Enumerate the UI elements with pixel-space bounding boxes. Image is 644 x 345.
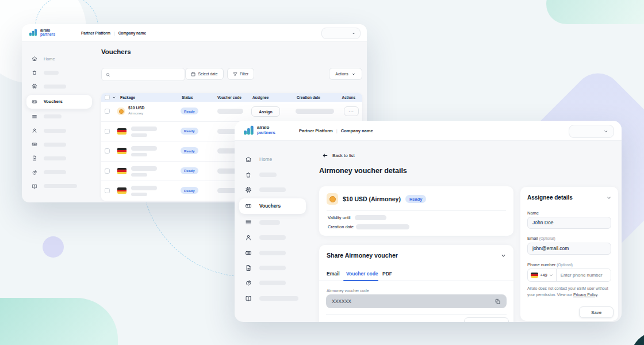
back-to-list-link[interactable]: Back to list (322, 152, 355, 159)
germany-flag-icon (117, 187, 126, 194)
account-dropdown[interactable] (569, 125, 614, 138)
status-badge: Ready (181, 108, 198, 114)
assignee-card-title: Assignee details (527, 194, 573, 201)
copy-icon[interactable] (494, 298, 501, 305)
table-header-row: Package Status Voucher code Assignee Cre… (101, 93, 362, 102)
package-skeleton (131, 166, 157, 171)
sidebar-item-user[interactable] (26, 124, 92, 137)
package-name: $10 USD (128, 106, 144, 110)
search-input[interactable] (110, 72, 185, 77)
row-checkbox[interactable] (105, 148, 110, 154)
decor-purple-dot (43, 236, 64, 258)
chevron-down-icon[interactable] (112, 95, 116, 99)
sidebar-item-user[interactable] (239, 230, 306, 245)
package-sub: Airmoney (128, 111, 144, 115)
account-dropdown[interactable] (321, 28, 361, 39)
user-icon (245, 234, 252, 241)
chip-icon (245, 186, 252, 193)
book-icon (32, 183, 37, 189)
row-actions-button[interactable]: ... (344, 106, 359, 116)
sidebar-item-vouchers[interactable]: Vouchers (239, 198, 306, 213)
assignee-details-card: Assignee details Name Email (Optional) P… (520, 187, 618, 321)
file-icon (245, 264, 252, 271)
sidebar-item-book[interactable] (26, 179, 92, 193)
sidebar-item-book[interactable] (239, 291, 306, 306)
share-action-button-clipped[interactable] (464, 317, 509, 322)
status-badge: Ready (181, 128, 198, 135)
sidebar-skeleton (44, 156, 66, 160)
chevron-down-icon[interactable] (606, 195, 612, 201)
airalo-partners-logo: airalo partners (29, 28, 55, 36)
brand-sub: partners (257, 131, 275, 136)
ticket-icon (32, 99, 37, 105)
bag-icon (245, 171, 252, 178)
row-checkbox[interactable] (105, 168, 110, 174)
back-link-label: Back to list (332, 153, 355, 158)
sidebar-item-label: Vouchers (259, 203, 281, 209)
sidebar-item-banknote[interactable] (26, 137, 92, 151)
breadcrumb-company: Company name (118, 31, 146, 35)
voucher-details-window: airalo partners Partner Platform | Compa… (235, 121, 622, 322)
sidebar-item-lines[interactable] (239, 215, 306, 230)
calendar-icon (191, 72, 195, 76)
sidebar-item-file[interactable] (239, 260, 306, 275)
sidebar-item-label: Home (259, 156, 272, 162)
user-icon (245, 234, 252, 241)
row-checkbox[interactable] (105, 188, 110, 193)
row-checkbox[interactable] (105, 129, 110, 134)
col-voucher-code: Voucher code (217, 95, 241, 99)
sidebar-item-pie[interactable] (239, 275, 306, 290)
code-label: Airmoney voucher code (327, 289, 369, 293)
assign-button[interactable]: Assign (251, 106, 280, 117)
sidebar-skeleton (259, 251, 286, 255)
tab-email[interactable]: Email (327, 271, 340, 277)
sidebar-item-banknote[interactable] (239, 245, 306, 260)
email-input[interactable] (527, 243, 611, 255)
sidebar-item-lines[interactable] (26, 110, 92, 124)
decor-dark-corner-bottom-right (631, 332, 644, 345)
sidebar-item-chip[interactable] (239, 182, 306, 197)
voucher-code-field: XXXXXX (326, 294, 507, 308)
ticket-icon (32, 99, 37, 105)
decor-mint-pill-bottom-left (0, 298, 118, 345)
save-button[interactable]: Save (579, 306, 614, 318)
name-input[interactable] (527, 217, 611, 229)
row-checkbox[interactable] (105, 109, 110, 114)
lines-icon (32, 114, 37, 120)
dial-code-select[interactable]: +49 (528, 269, 557, 281)
sidebar-item-bag[interactable] (239, 167, 306, 182)
sidebar-item-vouchers[interactable]: Vouchers (26, 95, 92, 109)
banknote-icon (245, 250, 252, 256)
tab-voucher-code[interactable]: Voucher code (346, 271, 378, 277)
email-field-wrap (527, 242, 611, 254)
name-label: Name (527, 210, 539, 216)
sidebar-item-file[interactable] (26, 151, 92, 165)
phone-input[interactable] (557, 269, 611, 281)
page-title: Vouchers (101, 48, 131, 55)
col-package: Package (120, 95, 135, 99)
sidebar-item-pie[interactable] (26, 166, 92, 179)
banknote-icon (32, 141, 37, 147)
tab-pdf[interactable]: PDF (382, 271, 392, 277)
table-row[interactable]: $10 USDAirmoneyReadyAssign... (101, 102, 362, 121)
sidebar-skeleton (44, 170, 66, 174)
search-icon (106, 72, 110, 77)
search-field[interactable] (101, 68, 185, 81)
chevron-down-icon (603, 129, 608, 134)
filter-button[interactable]: Filter (227, 68, 254, 80)
sidebar-item-home[interactable]: Home (239, 152, 306, 167)
privacy-policy-link[interactable]: Privacy Policy (573, 293, 597, 297)
disclaimer-text: Airalo does not contact your eSIM user w… (527, 286, 611, 298)
actions-button[interactable]: Actions (329, 68, 362, 80)
book-icon (245, 295, 252, 302)
sidebar-item-chip[interactable] (26, 79, 92, 93)
sidebar-item-bag[interactable] (26, 66, 92, 79)
airalo-partners-logo: airalo partners (244, 125, 275, 135)
sidebar-item-home[interactable]: Home (26, 52, 92, 66)
brand-name: airalo (40, 28, 55, 32)
chevron-down-icon[interactable] (500, 252, 507, 259)
divider (327, 210, 506, 211)
select-date-button[interactable]: Select date (185, 68, 224, 80)
select-all-checkbox[interactable] (105, 95, 110, 100)
chevron-down-icon (549, 273, 553, 277)
